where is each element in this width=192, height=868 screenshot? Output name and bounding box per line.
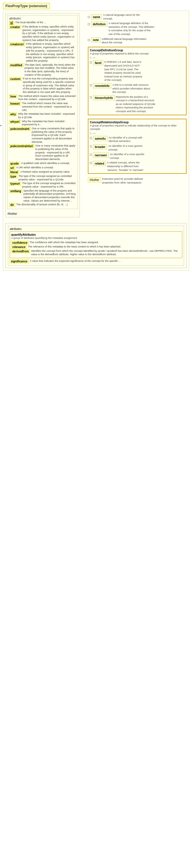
attr-typeuri: typeuri The type of the concept assigned… (9, 182, 76, 188)
attr-uri-name: uri (9, 166, 15, 170)
hierarchyinfo-row: □ hierarchyInfo Represents the position … (90, 95, 185, 113)
remoteinfo-row: □ remotelnfo A link to a remote web reso… (90, 83, 185, 94)
broader-row: □ broader An identifier of a more generi… (90, 144, 185, 151)
attr-literal: literal A freetext value assigned as pro… (9, 170, 76, 174)
facet-box: facet (93, 60, 103, 65)
concept-definition-group: ConceptDefinitionGroup A group of proper… (88, 47, 187, 115)
significance-name: significance (10, 259, 29, 263)
attr-relevance: relevance The relevance of this metadata… (11, 245, 181, 249)
attr-significance: significance A value that indicates the … (10, 259, 182, 263)
attr-creator-name: creator (9, 25, 21, 29)
attr-typeuri-desc: The type of the concept assigned as cont… (22, 182, 76, 188)
attributes-label: attributes (9, 17, 76, 20)
remoteinfo-box: remotelnfo (93, 83, 111, 88)
attr-creatoruri: creatoruri If the attribute is empty, sp… (9, 42, 76, 63)
attr-id-desc: The local identifier of the ... (15, 21, 46, 24)
attr-literal-desc: A freetext value assigned as property va… (20, 170, 70, 174)
main-diagram: attributes id The local identifier of th… (3, 10, 189, 271)
attr-custom-desc: If set to true the corresponding propert… (23, 77, 76, 94)
attr-howuri-name: howuri (9, 102, 21, 105)
bottom-section: attributes quantifyAttributes A group of… (5, 223, 187, 268)
attr-how-desc: The method which means the value was ext… (18, 95, 76, 101)
attr-xmllang: xmllang Specifies the language of the pr… (9, 189, 76, 203)
attr-why: why Why the metadata has been included -… (9, 113, 76, 119)
attr-type-name: type (9, 175, 17, 178)
attr-why-desc: Why the metadata has been included - exp… (18, 113, 76, 119)
attr-whyuri-name: whyuri (9, 120, 21, 124)
attr-custom: custom If set to true the corresponding … (9, 77, 76, 94)
attr-qcode-name: qcode (9, 162, 20, 165)
audience-type-desc: The type to cover all qualifiers for an … (0, 119, 3, 132)
attr-creator-desc: If the attribute is empty, specifies whi… (22, 25, 76, 42)
attr-dir: dir The directionality of textual conten… (9, 203, 76, 207)
attr-pubconstrainturi: pubconstrainturi One or many constraints… (9, 144, 76, 161)
attr-how: how The method which means the value was… (9, 95, 76, 101)
attr-qcode-desc: A qualified code which identifies a conc… (21, 162, 70, 165)
relevance-desc: The relevance of this metadata to the ne… (28, 245, 121, 249)
bottom-attributes-section: attributes quantifyAttributes A group of… (8, 226, 184, 266)
confidence-name: confidence (11, 241, 29, 245)
page-container: FlexPropType (extension) attributes id T (0, 0, 192, 276)
attr-confidence: confidence The confidence with which the… (11, 241, 181, 245)
attr-modified-desc: The date (and, optionally, the time) whe… (25, 63, 76, 77)
attr-typeuri-name: typeuri (9, 182, 21, 186)
other-extension-box: ##other (88, 177, 101, 182)
related-row: □ related A related concept, where the r… (90, 161, 185, 172)
attr-xmllang-name: xmllang (9, 189, 22, 193)
name-element-box: name (91, 14, 102, 20)
attr-dir-desc: The directionality of textual content (l… (16, 203, 68, 207)
concept-relationships-group: ConceptRelationshipsGroup A group of pro… (88, 119, 187, 174)
note-element-row: □ note Additional natural language infor… (88, 37, 187, 44)
page-title: FlexPropType (extension) (3, 3, 50, 9)
derivedfrom-desc: Identifies the concept from which the co… (31, 249, 181, 256)
attr-xmllang-desc: Specifies the language of the property a… (24, 189, 76, 203)
attr-modified-name: modified (9, 63, 24, 67)
attr-pubconstrainturi-desc: One or many constraints that apply to pu… (35, 144, 76, 161)
attr-id: id The local identifier of the ... (9, 21, 76, 25)
related-box: related (93, 161, 106, 166)
attr-qcode: qcode A qualified code which identifies … (9, 162, 76, 165)
attr-uri: uri A URI which identifies a concept. (9, 166, 76, 170)
attr-modified: modified The date (and, optionally, the … (9, 63, 76, 77)
attr-pubconstraint-desc: One or many constraints that apply to pu… (32, 127, 76, 144)
attr-pubconstraint-name: pubconstraint (9, 127, 31, 131)
other-extension-row: ##other Extension point for provider-def… (88, 177, 187, 184)
significance-desc: A value that indicates the expected sign… (30, 259, 121, 263)
hierarchyinfo-box: hierarchyInfo (93, 95, 114, 100)
scroll-content: FlexPropType (extension) attributes id T (3, 3, 189, 271)
facet-row: □ facet In RNEWS 1.8 and later, facet is… (90, 60, 185, 82)
audience-type-container: AudienceType The type to cover all quali… (0, 99, 3, 132)
broader-box: broader (93, 144, 107, 149)
quantify-attributes-box: quantifyAttributes A group of attributes… (10, 231, 182, 258)
attr-creatoruri-name: creatoruri (9, 42, 25, 46)
attr-whyuri-desc: Why the metadata has been included - exp… (22, 120, 76, 126)
confidence-desc: The confidence with which the metadata h… (30, 241, 99, 244)
attr-howuri-desc: The method which means the value was ext… (22, 102, 76, 112)
attr-how-name: how (9, 95, 17, 98)
attr-dir-name: dir (9, 203, 15, 207)
attr-literal-name: literal (9, 170, 19, 174)
attr-creator: creator If the attribute is empty, speci… (9, 25, 76, 42)
derivedfrom-name: derivedfrom (11, 249, 30, 253)
attr-id-name: id (9, 21, 14, 25)
attr-uri-desc: A URI which identifies a concept. (16, 166, 54, 169)
attr-why-name: why (9, 113, 17, 116)
relevance-name: relevance (11, 245, 27, 249)
attr-pubconstrainturi-name: pubconstrainturi (9, 144, 34, 148)
sameas-box: sameAs (93, 136, 107, 141)
quantify-group-desc: A group of attributes quantifying the me… (11, 236, 181, 240)
attr-type-desc: The type of the concept assigned as cont… (18, 175, 76, 181)
right-elements-column: □ name A natural language name for the c… (82, 13, 187, 184)
attr-derivedfrom: derivedfrom Identifies the concept from … (11, 249, 181, 256)
attr-whyuri: whyuri Why the metadata has been include… (9, 120, 76, 126)
quantify-label: quantifyAttributes (11, 233, 36, 236)
attr-howuri: howuri The method which means the value … (9, 102, 76, 112)
narrower-row: □ narrower An identifier of a more speci… (90, 153, 185, 160)
definition-element-row: □ definition A natural language definiti… (88, 22, 187, 36)
attr-creatoruri-desc: If the attribute is empty, specifies whi… (26, 42, 76, 63)
name-element-row: □ name A natural language name for the c… (88, 13, 187, 20)
bottom-attributes-label: attributes (10, 227, 182, 230)
attr-type: type The type of the concept assigned as… (9, 175, 76, 181)
attributes-section: attributes id The local identifier of th… (7, 15, 78, 209)
attr-custom-name: custom (9, 77, 22, 81)
